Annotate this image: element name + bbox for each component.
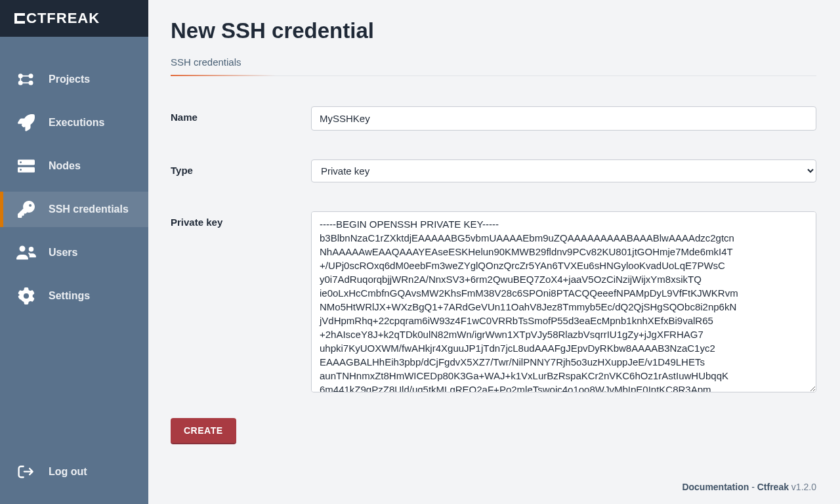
- sidebar-item-executions[interactable]: Executions: [0, 105, 148, 140]
- breadcrumb[interactable]: SSH credentials: [171, 56, 816, 76]
- name-label: Name: [171, 106, 311, 131]
- sidebar-item-settings[interactable]: Settings: [0, 278, 148, 314]
- brand-text: CTFREAK: [26, 10, 100, 27]
- main-content: New SSH credential SSH credentials Name …: [148, 0, 840, 504]
- executions-icon: [14, 114, 38, 131]
- nodes-icon: [14, 159, 38, 173]
- product-link[interactable]: Ctfreak: [757, 482, 789, 492]
- svg-point-9: [20, 161, 22, 163]
- private-key-label: Private key: [171, 211, 311, 395]
- name-input[interactable]: [311, 106, 816, 131]
- logout-icon: [14, 465, 38, 479]
- sidebar-item-label: Executions: [49, 117, 104, 129]
- logo-icon: [14, 13, 25, 24]
- sidebar-item-nodes[interactable]: Nodes: [0, 148, 148, 184]
- sidebar: CTFREAK Projects Executions Nodes SSH cr…: [0, 0, 148, 504]
- sidebar-item-ssh-credentials[interactable]: SSH credentials: [0, 192, 148, 227]
- sidebar-item-label: Settings: [49, 290, 90, 302]
- key-icon: [14, 201, 38, 218]
- sidebar-item-label: Log out: [49, 466, 87, 478]
- page-title: New SSH credential: [171, 18, 816, 43]
- sidebar-item-label: SSH credentials: [49, 203, 129, 215]
- sidebar-item-label: Nodes: [49, 160, 81, 172]
- sidebar-item-logout[interactable]: Log out: [0, 454, 148, 490]
- documentation-link[interactable]: Documentation: [682, 482, 749, 492]
- svg-point-10: [20, 169, 22, 171]
- projects-icon: [14, 72, 38, 87]
- sidebar-item-label: Projects: [49, 74, 90, 85]
- create-button[interactable]: CREATE: [171, 418, 236, 444]
- logo[interactable]: CTFREAK: [0, 0, 148, 37]
- sidebar-item-projects[interactable]: Projects: [0, 62, 148, 97]
- footer-sep: -: [749, 482, 757, 492]
- svg-rect-3: [20, 75, 21, 83]
- svg-point-6: [29, 74, 33, 78]
- users-icon: [14, 245, 38, 260]
- type-label: Type: [171, 159, 311, 182]
- nav: Projects Executions Nodes SSH credential…: [0, 37, 148, 454]
- footer: Documentation - Ctfreak v1.2.0: [171, 475, 816, 499]
- new-ssh-credential-form: Name Type Private key Private key -----B…: [171, 106, 816, 444]
- private-key-textarea[interactable]: -----BEGIN OPENSSH PRIVATE KEY----- b3Bl…: [311, 211, 816, 392]
- sidebar-item-label: Users: [49, 247, 77, 259]
- svg-rect-4: [20, 82, 32, 83]
- settings-icon: [14, 287, 38, 304]
- version-text: v1.2.0: [791, 482, 816, 492]
- sidebar-item-users[interactable]: Users: [0, 235, 148, 270]
- type-select[interactable]: Private key: [311, 159, 816, 182]
